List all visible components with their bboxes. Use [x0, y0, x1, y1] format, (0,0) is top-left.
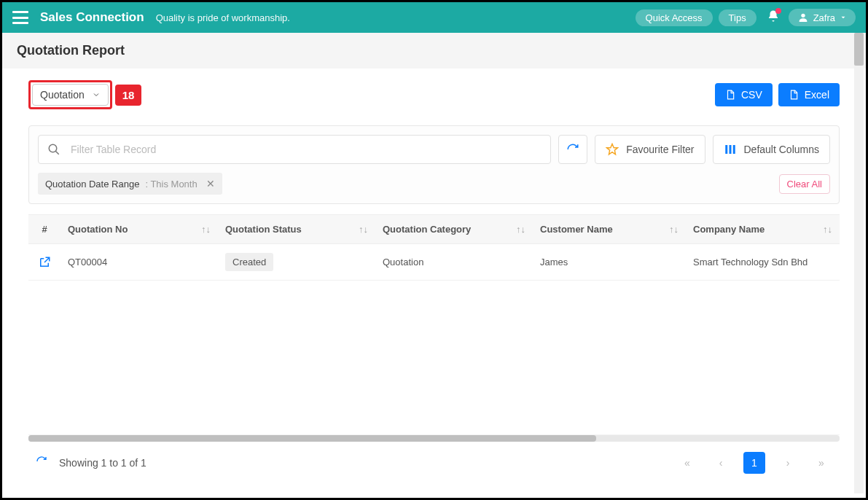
- notification-dot: [775, 8, 781, 14]
- sort-icon: ↑↓: [669, 224, 679, 235]
- chevron-down-icon: [840, 14, 847, 21]
- default-columns-label: Default Columns: [744, 144, 820, 155]
- dropdown-callout-group: Quotation 18: [28, 80, 141, 109]
- sort-icon: ↑↓: [516, 224, 525, 235]
- columns-icon: [724, 143, 737, 156]
- sort-icon: ↑↓: [359, 224, 368, 235]
- file-icon: [789, 90, 799, 100]
- dropdown-highlight: Quotation: [28, 80, 112, 109]
- svg-rect-3: [725, 145, 727, 154]
- svg-line-2: [55, 151, 59, 155]
- table-header: # Quotation No ↑↓ Quotation Status ↑↓ Qu…: [28, 214, 840, 244]
- callout-badge: 18: [115, 85, 142, 106]
- cell-status: Created: [218, 244, 375, 280]
- search-icon: [47, 143, 60, 156]
- report-type-dropdown[interactable]: Quotation: [32, 84, 109, 106]
- th-quotation-no[interactable]: Quotation No ↑↓: [60, 215, 218, 243]
- cell-company: Smart Technology Sdn Bhd: [686, 244, 840, 280]
- dropdown-label: Quotation: [40, 89, 85, 101]
- sort-icon: ↑↓: [823, 224, 832, 235]
- chip-remove-icon[interactable]: ✕: [206, 178, 215, 190]
- refresh-icon: [566, 143, 579, 156]
- refresh-filter-button[interactable]: [558, 135, 587, 164]
- status-badge: Created: [225, 253, 273, 271]
- svg-point-0: [801, 14, 805, 17]
- notifications-button[interactable]: [767, 9, 780, 26]
- svg-rect-5: [732, 145, 735, 154]
- filter-bottom-row: Quotation Date Range : This Month ✕ Clea…: [38, 173, 830, 195]
- user-name: Zafra: [813, 12, 835, 23]
- next-page-button[interactable]: ›: [777, 452, 799, 474]
- export-excel-button[interactable]: Excel: [778, 83, 840, 106]
- svg-rect-4: [729, 145, 731, 154]
- search-input[interactable]: [71, 144, 541, 155]
- favourite-filter-label: Favourite Filter: [626, 144, 694, 155]
- quick-access-button[interactable]: Quick Access: [636, 9, 713, 26]
- favourite-filter-button[interactable]: Favourite Filter: [595, 135, 705, 164]
- avatar-icon: [797, 12, 809, 23]
- star-icon: [606, 143, 619, 156]
- data-table: # Quotation No ↑↓ Quotation Status ↑↓ Qu…: [28, 214, 840, 434]
- user-menu[interactable]: Zafra: [789, 9, 856, 26]
- vertical-scrollbar[interactable]: [854, 33, 864, 493]
- pagination: Showing 1 to 1 of 1 « ‹ 1 › »: [28, 442, 840, 484]
- file-icon: [725, 90, 735, 100]
- th-status[interactable]: Quotation Status ↑↓: [218, 215, 375, 243]
- refresh-icon: [36, 456, 47, 467]
- filter-chip[interactable]: Quotation Date Range : This Month ✕: [38, 173, 222, 195]
- menu-icon[interactable]: [12, 11, 28, 24]
- prev-page-button[interactable]: ‹: [710, 452, 732, 474]
- sub-header: Quotation Report: [2, 33, 866, 69]
- chip-value: This Month: [150, 179, 197, 190]
- brand-title: Sales Connection: [40, 10, 144, 25]
- pagination-info: Showing 1 to 1 of 1: [59, 457, 146, 469]
- last-page-button[interactable]: »: [810, 452, 832, 474]
- th-hash: #: [28, 215, 60, 243]
- cell-category: Quotation: [375, 244, 533, 280]
- search-field[interactable]: [38, 135, 551, 164]
- cell-customer: James: [533, 244, 686, 280]
- clear-all-button[interactable]: Clear All: [779, 174, 830, 194]
- filter-panel: Favourite Filter Default Columns Quotati…: [28, 125, 840, 204]
- th-customer[interactable]: Customer Name ↑↓: [533, 215, 686, 243]
- table-row: QT00004 Created Quotation James Smart Te…: [28, 244, 840, 281]
- main-card: Quotation 18 CSV Excel: [14, 69, 854, 484]
- page-number-button[interactable]: 1: [743, 452, 765, 474]
- refresh-page-button[interactable]: [36, 456, 47, 470]
- th-company[interactable]: Company Name ↑↓: [686, 215, 840, 243]
- svg-point-1: [49, 144, 57, 152]
- excel-label: Excel: [805, 89, 829, 101]
- export-csv-button[interactable]: CSV: [715, 83, 773, 106]
- tagline: Quality is pride of workmanship.: [156, 12, 290, 23]
- export-buttons: CSV Excel: [715, 83, 840, 106]
- chip-label: Quotation Date Range: [45, 179, 139, 190]
- horizontal-scrollbar[interactable]: [28, 434, 840, 442]
- page-title: Quotation Report: [17, 43, 851, 58]
- toolbar: Quotation 18 CSV Excel: [28, 80, 840, 109]
- top-bar: Sales Connection Quality is pride of wor…: [2, 2, 866, 33]
- open-row-button[interactable]: [28, 244, 60, 280]
- csv-label: CSV: [741, 89, 762, 101]
- default-columns-button[interactable]: Default Columns: [713, 135, 831, 164]
- sort-icon: ↑↓: [201, 224, 211, 235]
- tips-button[interactable]: Tips: [719, 9, 756, 26]
- filter-top-row: Favourite Filter Default Columns: [38, 135, 830, 164]
- open-icon: [38, 256, 51, 269]
- first-page-button[interactable]: «: [676, 452, 698, 474]
- th-category[interactable]: Quotation Category ↑↓: [375, 215, 533, 243]
- chevron-down-icon: [92, 90, 101, 99]
- cell-quotation-no: QT00004: [60, 244, 218, 280]
